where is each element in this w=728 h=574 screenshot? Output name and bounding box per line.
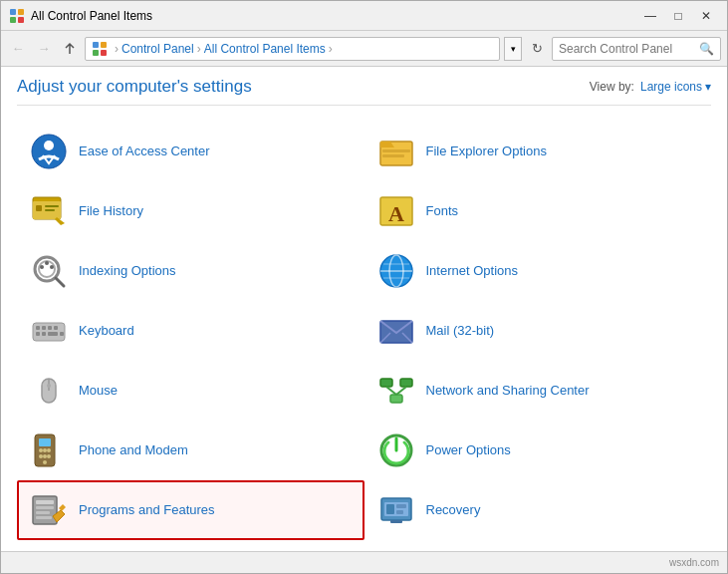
window-icon	[9, 8, 25, 24]
item-programs-and-features[interactable]: Programs and Features	[17, 480, 364, 540]
svg-rect-7	[101, 50, 107, 56]
svg-point-41	[43, 460, 47, 464]
view-by: View by: Large icons ▾	[590, 80, 711, 94]
address-path: › Control Panel › All Control Panel Item…	[85, 37, 500, 61]
minimize-button[interactable]: —	[637, 6, 663, 26]
path-sep1: ›	[115, 42, 119, 56]
svg-rect-4	[93, 42, 99, 48]
path-sep2: ›	[197, 42, 201, 56]
item-region[interactable]: Region	[17, 540, 364, 551]
item-ease-of-access[interactable]: Ease of Access Center	[17, 122, 364, 181]
item-mail[interactable]: Mail (32-bit)	[364, 301, 712, 361]
power-options-label: Power Options	[426, 442, 511, 459]
item-fonts[interactable]: A Fonts	[364, 181, 712, 241]
watermark: wsxdn.com	[669, 557, 719, 568]
internet-options-label: Internet Options	[426, 263, 519, 280]
svg-point-18	[45, 261, 49, 265]
indexing-options-label: Indexing Options	[79, 263, 176, 280]
svg-rect-29	[60, 332, 64, 336]
item-file-explorer-options[interactable]: File Explorer Options	[364, 122, 712, 181]
item-power-options[interactable]: Power Options	[364, 421, 712, 480]
svg-point-36	[43, 448, 47, 452]
svg-rect-46	[36, 516, 52, 519]
file-history-label: File History	[79, 203, 143, 220]
path-all-items[interactable]: All Control Panel Items	[204, 42, 326, 56]
file-explorer-options-label: File Explorer Options	[426, 144, 547, 160]
mouse-icon	[29, 371, 69, 411]
item-phone-and-modem[interactable]: Phone and Modem	[17, 421, 364, 480]
mail-icon	[376, 311, 416, 351]
item-indexing-options[interactable]: Indexing Options	[17, 241, 364, 301]
address-dropdown[interactable]: ▾	[504, 37, 522, 61]
fonts-icon: A	[376, 191, 416, 231]
right-column: File Explorer Options A Fonts	[364, 122, 712, 551]
svg-rect-13	[45, 205, 59, 207]
svg-rect-28	[48, 332, 58, 336]
view-by-dropdown[interactable]: Large icons ▾	[640, 80, 711, 94]
phone-and-modem-label: Phone and Modem	[79, 442, 188, 459]
main-area: Adjust your computer's settings View by:…	[1, 67, 727, 551]
svg-point-9	[44, 141, 54, 150]
search-box[interactable]: 🔍	[552, 37, 721, 61]
view-by-label: View by:	[590, 80, 634, 94]
address-bar: ← → › Control Panel › All Control Panel …	[1, 31, 727, 67]
item-file-history[interactable]: File History	[17, 181, 364, 241]
forward-button[interactable]: →	[33, 38, 55, 60]
item-network-and-sharing-center[interactable]: Network and Sharing Center	[364, 361, 712, 421]
keyboard-label: Keyboard	[79, 323, 134, 340]
item-recovery[interactable]: Recovery	[364, 480, 712, 540]
svg-point-37	[47, 448, 51, 452]
svg-rect-14	[45, 209, 55, 211]
svg-point-38	[39, 454, 43, 458]
item-internet-options[interactable]: Internet Options	[364, 241, 712, 301]
item-mouse[interactable]: Mouse	[17, 361, 364, 421]
power-options-icon	[376, 430, 416, 470]
title-bar: All Control Panel Items — □ ✕	[1, 1, 727, 31]
internet-options-icon	[376, 251, 416, 291]
svg-rect-44	[36, 506, 54, 509]
svg-rect-76	[390, 520, 402, 523]
svg-text:A: A	[388, 201, 404, 226]
svg-point-19	[50, 265, 54, 269]
file-history-icon	[29, 191, 69, 231]
programs-and-features-label: Programs and Features	[79, 502, 215, 519]
close-button[interactable]: ✕	[693, 6, 719, 26]
svg-rect-1	[18, 9, 24, 15]
svg-rect-3	[18, 17, 24, 23]
svg-rect-24	[48, 326, 52, 330]
ease-of-access-icon	[29, 132, 69, 171]
mouse-label: Mouse	[79, 383, 118, 400]
window-title: All Control Panel Items	[31, 9, 637, 23]
path-control-panel[interactable]: Control Panel	[121, 42, 194, 56]
refresh-button[interactable]: ↻	[526, 38, 548, 60]
page-title: Adjust your computer's settings	[17, 77, 252, 97]
svg-line-17	[56, 278, 64, 286]
svg-rect-73	[386, 504, 394, 514]
item-remoteapp[interactable]: RemoteApp and Desktop Connections	[364, 540, 712, 551]
svg-rect-66	[400, 379, 412, 387]
svg-rect-0	[10, 9, 16, 15]
svg-rect-43	[36, 500, 54, 504]
item-keyboard[interactable]: Keyboard	[17, 301, 364, 361]
svg-point-35	[39, 448, 43, 452]
svg-rect-22	[36, 326, 40, 330]
svg-rect-75	[396, 510, 403, 514]
phone-and-modem-icon	[29, 430, 69, 470]
page-header: Adjust your computer's settings View by:…	[17, 77, 711, 106]
search-input[interactable]	[559, 42, 699, 56]
items-grid: Ease of Access Center	[17, 122, 711, 551]
network-and-sharing-center-icon	[376, 371, 416, 411]
maximize-button[interactable]: □	[665, 6, 691, 26]
svg-rect-25	[54, 326, 58, 330]
back-button[interactable]: ←	[7, 38, 29, 60]
svg-point-39	[43, 454, 47, 458]
svg-point-32	[47, 384, 51, 388]
up-button[interactable]	[59, 38, 81, 60]
window-controls: — □ ✕	[637, 6, 719, 26]
path-sep3: ›	[329, 42, 333, 56]
svg-rect-54	[382, 154, 404, 157]
file-explorer-options-icon	[376, 132, 416, 171]
mail-label: Mail (32-bit)	[426, 323, 495, 340]
recovery-icon	[376, 490, 416, 530]
keyboard-icon	[29, 311, 69, 351]
